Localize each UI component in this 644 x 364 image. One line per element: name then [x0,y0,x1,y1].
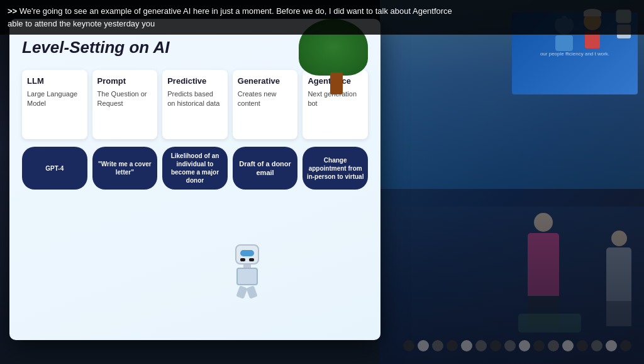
audience-head [620,340,631,351]
card-predictive: Predictive Predicts based on historical … [162,70,228,139]
card-generative-title: Generative [238,76,280,86]
badges-row: GPT-4 "Write me a cover letter" Likeliho… [22,147,368,190]
badge-cover-letter: "Write me a cover letter" [92,147,158,190]
audience-area [380,207,644,364]
subtitle-line1: We're going to see an example of generat… [19,6,452,16]
card-llm-desc: Large Language Model [27,89,82,109]
audience-head [548,340,559,351]
audience-head [577,340,588,351]
badge-draft-email: Draft of a donor email [233,147,298,190]
robot-mascot [223,244,270,304]
badge-gpt4: GPT-4 [22,147,87,190]
audience-head [461,340,472,351]
card-prompt-desc: The Question or Request [97,89,153,109]
tree-trunk [330,72,343,94]
audience-head [591,340,602,351]
audience-head [606,340,617,351]
audience-head [533,340,545,351]
card-prompt: Prompt The Question or Request [92,70,158,139]
card-predictive-title: Predictive [167,76,206,86]
audience-head [403,340,414,351]
audience-head [490,340,501,351]
presentation-slide: Level-Setting on AI LLM Large Language M… [9,19,380,340]
audience-head [519,340,530,351]
card-predictive-desc: Predicts based on historical data [167,89,223,109]
audience-heads [392,340,631,351]
card-generative-desc: Creates new content [238,89,293,109]
card-llm-title: LLM [27,76,44,86]
audience-head [562,340,574,351]
audience-head [504,340,516,351]
badge-major-donor: Likelihood of an individual to become a … [162,147,228,190]
audience-head [432,340,443,351]
stage-area: our people fficiency and t work. [380,0,644,364]
subtitle-bar: >> We're going to see an example of gene… [0,0,644,35]
card-llm: LLM Large Language Model [22,70,87,139]
subtitle-arrow: >> [8,6,17,16]
card-prompt-title: Prompt [97,76,126,86]
card-generative: Generative Creates new content [233,70,298,139]
badge-appointment: Change appointment from in-person to vir… [303,147,368,190]
audience-head [447,340,458,351]
subtitle-line2: able to attend the keynote yesterday you [8,19,155,28]
audience-head [418,340,429,351]
audience-head [475,340,487,351]
